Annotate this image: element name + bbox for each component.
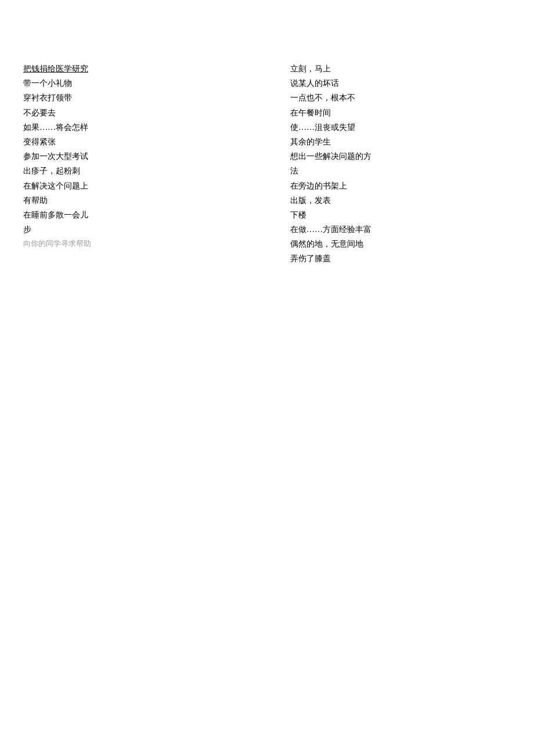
left-phrase-item: 穿衬衣打领带 <box>23 91 163 105</box>
left-phrase-item: 有帮助 <box>23 193 163 208</box>
right-phrase-item: 偶然的地，无意间地 <box>290 237 511 251</box>
right-phrase-item: 在做……方面经验丰富 <box>290 222 511 237</box>
right-phrase-item: 下楼 <box>290 208 511 222</box>
title-area <box>23 35 511 50</box>
content-area: 把钱捐给医学研究带一个小礼物穿衬衣打领带不必要去如果……将会怎样变得紧张参加一次… <box>23 62 511 266</box>
right-phrase-item: 一点也不，根本不 <box>290 91 511 105</box>
left-phrase-item: 向你的同学寻求帮助 <box>23 237 163 250</box>
right-phrase-item: 在旁边的书架上 <box>290 179 511 193</box>
left-phrase-item: 在解决这个问题上 <box>23 179 163 193</box>
right-phrase-item: 说某人的坏话 <box>290 76 511 91</box>
left-column: 把钱捐给医学研究带一个小礼物穿衬衣打领带不必要去如果……将会怎样变得紧张参加一次… <box>23 62 174 266</box>
right-phrase-item: 在午餐时间 <box>290 106 511 120</box>
page: 把钱捐给医学研究带一个小礼物穿衬衣打领带不必要去如果……将会怎样变得紧张参加一次… <box>0 0 534 756</box>
right-phrase-item: 弄伤了膝盖 <box>290 251 511 266</box>
left-phrase-item: 参加一次大型考试 <box>23 149 163 164</box>
left-phrase-item: 出疹子，起粉刺 <box>23 164 163 178</box>
right-phrase-item: 出版，发表 <box>290 193 511 208</box>
left-phrase-item: 不必要去 <box>23 106 163 120</box>
right-phrase-item: 其余的学生 <box>290 135 511 149</box>
left-phrase-item: 把钱捐给医学研究 <box>23 62 163 76</box>
left-phrase-item: 步 <box>23 222 163 237</box>
left-phrase-item: 变得紧张 <box>23 135 163 149</box>
left-phrase-item: 如果……将会怎样 <box>23 120 163 135</box>
left-phrase-item: 在睡前多散一会儿 <box>23 208 163 222</box>
right-phrase-item: 使……沮丧或失望 <box>290 120 511 135</box>
right-column: 立刻，马上说某人的坏话一点也不，根本不在午餐时间使……沮丧或失望其余的学生想出一… <box>174 62 511 266</box>
left-phrase-item: 带一个小礼物 <box>23 76 163 91</box>
right-phrase-item: 法 <box>290 164 511 178</box>
right-phrase-item: 想出一些解决问题的方 <box>290 149 511 164</box>
right-phrase-item: 立刻，马上 <box>290 62 511 76</box>
